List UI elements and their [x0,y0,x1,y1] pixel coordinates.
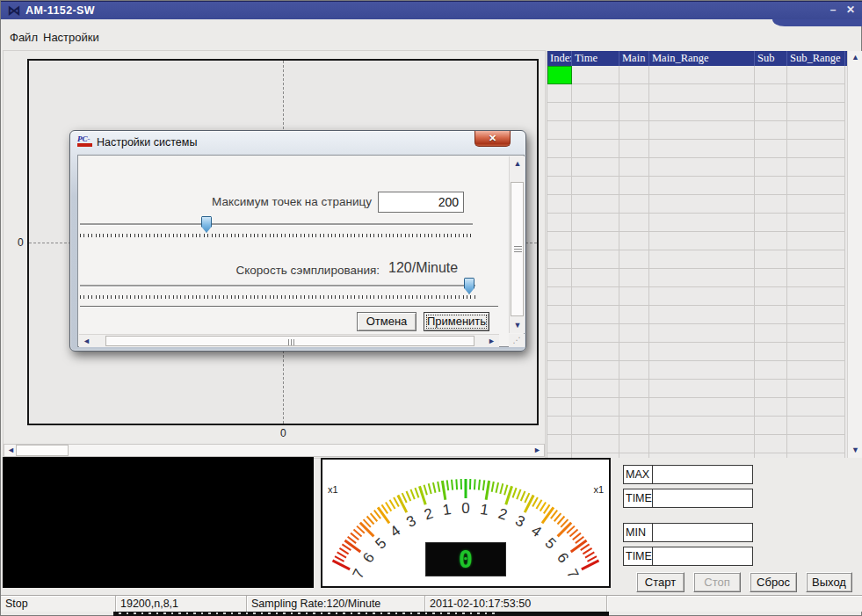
max-points-input[interactable]: 200 [378,192,464,213]
table-row[interactable] [547,121,847,140]
table-cell[interactable] [572,250,619,269]
table-cell[interactable] [547,103,572,121]
table-cell[interactable] [572,177,619,195]
table-cell[interactable] [755,287,787,306]
table-cell[interactable] [572,269,619,287]
table-cell[interactable] [755,398,787,417]
table-cell[interactable] [619,361,649,380]
close-button[interactable]: ✕ [843,4,858,18]
scroll-up-icon[interactable]: ▲ [850,52,861,63]
table-cell[interactable] [755,121,787,140]
table-cell[interactable] [572,343,619,361]
table-cell[interactable] [619,269,649,287]
table-cell[interactable] [572,103,619,121]
table-cell[interactable] [572,398,619,417]
table-cell[interactable] [787,398,845,417]
table-cell[interactable] [619,306,649,324]
table-cell[interactable] [619,177,649,195]
table-cell[interactable] [787,361,845,380]
table-cell[interactable] [649,177,755,195]
table-cell[interactable] [787,195,845,214]
table-cell[interactable] [755,417,787,435]
min-time-value-field[interactable] [652,547,753,566]
start-button[interactable]: Старт [636,572,685,592]
table-cell[interactable] [619,232,649,250]
chart-scroll-thumb[interactable] [16,445,69,456]
table-cell[interactable] [755,361,787,380]
table-cell[interactable] [547,214,572,232]
table-cell[interactable] [547,140,572,158]
table-cell[interactable] [649,324,755,343]
table-cell[interactable] [547,306,572,324]
menu-item-settings[interactable]: Настройки [40,29,103,46]
table-cell[interactable] [619,195,649,214]
table-row[interactable] [547,140,847,158]
table-cell[interactable] [547,324,572,343]
table-cell[interactable] [547,361,572,380]
table-cell[interactable] [755,435,787,453]
table-cell[interactable] [572,324,619,343]
stop-button[interactable]: Стоп [693,572,741,592]
minimize-button[interactable]: – [825,4,841,18]
table-row[interactable] [547,287,847,306]
table-cell[interactable] [547,177,572,195]
table-cell[interactable] [547,398,572,417]
table-cell[interactable] [619,214,649,232]
table-cell[interactable] [547,232,572,250]
table-cell[interactable] [787,250,845,269]
table-cell[interactable] [547,417,572,435]
table-cell[interactable] [619,121,649,140]
table-cell[interactable] [755,232,787,250]
table-cell[interactable] [649,306,755,324]
table-cell[interactable] [572,287,619,306]
table-row[interactable] [547,66,847,84]
table-cell[interactable] [755,158,787,177]
table-cell[interactable] [787,158,845,177]
table-cell[interactable] [787,287,845,306]
table-cell[interactable] [547,158,572,177]
table-cell[interactable] [755,214,787,232]
table-cell[interactable] [755,306,787,324]
table-cell[interactable] [755,177,787,195]
table-cell[interactable] [787,343,845,361]
table-row[interactable] [547,306,847,324]
scroll-up-icon[interactable]: ▲ [511,158,524,170]
table-cell[interactable] [649,121,755,140]
table-cell[interactable] [572,140,619,158]
table-cell[interactable] [572,232,619,250]
table-row[interactable] [547,232,847,250]
table-cell[interactable] [619,435,649,453]
table-cell[interactable] [572,158,619,177]
table-cell[interactable] [649,84,755,103]
table-cell[interactable] [619,380,649,398]
table-row[interactable] [547,398,847,417]
table-cell[interactable] [619,324,649,343]
table-row[interactable] [547,250,847,269]
cancel-button[interactable]: Отмена [357,312,417,331]
table-cell[interactable] [787,103,845,121]
table-cell[interactable] [547,269,572,287]
scroll-right-icon[interactable]: ► [486,336,497,347]
table-cell[interactable] [787,214,845,232]
table-cell[interactable] [572,361,619,380]
table-cell[interactable] [572,195,619,214]
table-cell[interactable] [547,435,572,453]
dialog-resize-grip[interactable]: ⋰ [509,334,525,347]
table-cell[interactable] [787,232,845,250]
table-cell[interactable] [572,66,619,84]
apply-button[interactable]: Применить [424,312,489,331]
table-cell[interactable] [787,435,845,453]
max-value-field[interactable] [652,465,753,484]
min-value-field[interactable] [652,523,753,542]
table-cell[interactable] [755,103,787,121]
sampling-slider-track[interactable] [80,285,475,286]
dialog-vertical-scrollbar[interactable]: ▲ ▼ [509,156,525,333]
table-cell[interactable] [787,177,845,195]
table-cell[interactable] [649,250,755,269]
table-row[interactable] [547,361,847,380]
table-cell[interactable] [547,195,572,214]
scroll-down-icon[interactable]: ▼ [511,320,524,331]
menu-item-file[interactable]: Файл [6,29,41,46]
table-vertical-scrollbar[interactable]: ▲ ▼ [847,51,862,458]
table-cell[interactable] [755,250,787,269]
